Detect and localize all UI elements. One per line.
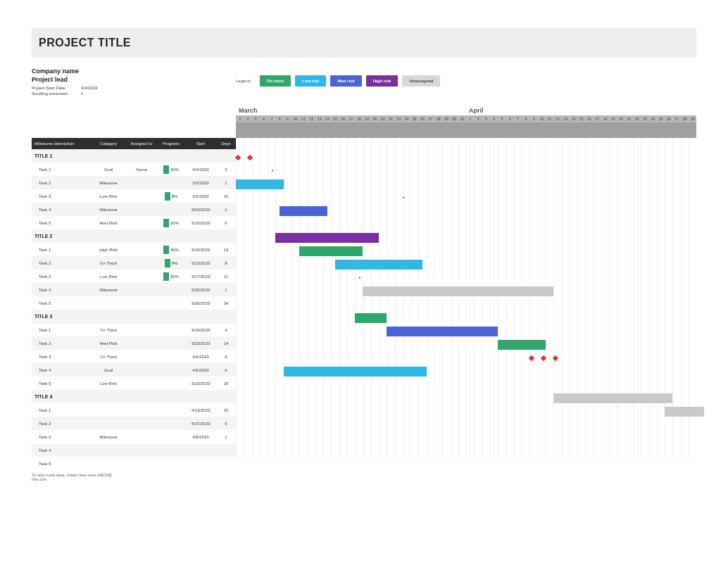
table-row[interactable]: Task 2On Track8%3/13/20238	[32, 256, 236, 270]
legend-med[interactable]: Med risk	[330, 75, 361, 87]
task-category: Med Risk	[91, 341, 126, 346]
gantt-row[interactable]	[236, 352, 696, 365]
gantt-row[interactable]	[236, 245, 696, 258]
start-date-label: Project Start Date:	[32, 86, 81, 90]
table-row[interactable]: Task 3Low Risk8%3/5/202310	[32, 189, 236, 203]
table-row[interactable]: Task 1GoalName30%3/4/20233	[32, 163, 236, 176]
task-start: 4/13/2023	[185, 408, 216, 412]
task-desc: Task 1	[32, 328, 91, 332]
gantt-bar[interactable]	[355, 313, 387, 323]
table-row[interactable]: Task 3Low Risk30%3/17/202311	[32, 270, 236, 283]
task-progress: 30%	[157, 272, 185, 281]
table-row[interactable]: Task 4Milestone3/20/20231	[32, 283, 236, 296]
table-row[interactable]: Task 5Low Risk3/10/202318	[32, 377, 236, 390]
task-desc: Task 5	[32, 221, 91, 225]
gantt-row[interactable]	[236, 339, 696, 352]
table-row[interactable]: Task 4Milestone3/24/20231	[32, 203, 236, 216]
table-row[interactable]: Task 24/27/20235	[32, 417, 236, 430]
table-row[interactable]: Task 1On Track3/19/20234	[32, 323, 236, 336]
gantt-row[interactable]: ▸	[236, 272, 696, 285]
task-category: On Track	[91, 261, 126, 265]
table-row[interactable]: Task 14/13/202315	[32, 403, 236, 417]
group-header[interactable]: TITLE 1	[32, 149, 236, 163]
gantt-bar[interactable]	[363, 286, 553, 296]
task-category: High Risk	[91, 248, 126, 252]
col-start: Start	[185, 141, 216, 146]
gantt-row[interactable]	[236, 392, 696, 405]
group-title: TITLE 1	[32, 153, 236, 158]
legend-high[interactable]: High risk	[366, 75, 398, 87]
task-start: 4/6/2023	[185, 368, 216, 372]
table-row[interactable]: Task 4	[32, 443, 236, 457]
gantt-row[interactable]	[236, 285, 696, 298]
task-desc: Task 4	[32, 288, 91, 292]
gantt-bar[interactable]	[665, 407, 704, 417]
group-header[interactable]: TITLE 2	[32, 229, 236, 243]
gantt-row[interactable]	[236, 365, 696, 379]
gantt-row[interactable]: ▸	[236, 191, 696, 205]
task-assigned: Name	[126, 167, 157, 172]
task-days: 1	[216, 208, 236, 212]
table-row[interactable]: Task 3On Track4/6/20236	[32, 350, 236, 363]
gantt-row[interactable]: ▸	[236, 165, 696, 178]
gantt-row[interactable]	[236, 325, 696, 339]
group-header[interactable]: TITLE 4	[32, 390, 236, 403]
group-header[interactable]: TITLE 3	[32, 310, 236, 323]
gantt-row[interactable]	[236, 445, 696, 459]
group-title: TITLE 2	[32, 234, 236, 239]
gantt-bar[interactable]	[299, 246, 363, 256]
legend-low[interactable]: Low risk	[295, 75, 326, 87]
task-progress: 20%	[157, 219, 185, 227]
gantt-bar[interactable]	[387, 327, 498, 336]
task-desc: Task 1	[32, 248, 91, 252]
group-title: TITLE 3	[32, 314, 236, 319]
gantt-row[interactable]	[236, 432, 696, 445]
month-april: April	[466, 106, 696, 115]
table-row[interactable]: Task 4Goal4/6/20236	[32, 363, 236, 377]
task-category: On Track	[91, 355, 126, 359]
task-days: 1	[216, 181, 236, 185]
gantt-row[interactable]	[236, 232, 696, 245]
task-desc: Task 1	[32, 167, 91, 172]
task-category: Goal	[91, 368, 126, 372]
legend-unassigned[interactable]: Unassigned	[402, 75, 440, 87]
col-days: Days	[216, 141, 236, 146]
task-days: 1	[216, 435, 236, 439]
gantt-row[interactable]	[236, 151, 696, 165]
table-row[interactable]: Task 2Med Risk3/23/202314	[32, 336, 236, 350]
gantt-bar[interactable]	[498, 340, 546, 350]
table-row[interactable]: Task 2Milestone3/5/20231	[32, 176, 236, 189]
table-row[interactable]: Task 5Med Risk20%3/10/20236	[32, 216, 236, 229]
gantt-row[interactable]	[236, 258, 696, 272]
task-desc: Task 5	[32, 301, 91, 305]
start-date-value[interactable]: 3/4/2023	[81, 86, 97, 90]
gantt-days-row: 3456789101112131415161718192021222324252…	[236, 115, 696, 122]
gantt-bar[interactable]	[284, 367, 427, 377]
legend-ontrack[interactable]: On track	[260, 75, 291, 87]
legend-label: Legend:	[236, 79, 251, 83]
task-progress: 8%	[157, 192, 185, 201]
gantt-row[interactable]	[236, 178, 696, 191]
gantt-bar[interactable]	[553, 393, 672, 403]
gantt-bar[interactable]	[236, 179, 284, 189]
gantt-row[interactable]	[236, 419, 696, 432]
task-category: Low Risk	[91, 194, 126, 198]
gantt-bar[interactable]	[280, 206, 327, 216]
gantt-row[interactable]	[236, 205, 696, 218]
task-start: 4/8/2023	[185, 435, 216, 439]
table-row[interactable]: Task 3Milestone4/8/20231	[32, 430, 236, 443]
gantt-body[interactable]: ▸▸▸	[236, 138, 696, 459]
scroll-increment-value[interactable]: 1	[81, 91, 83, 96]
gantt-bar[interactable]	[335, 260, 422, 270]
table-row[interactable]: Task 1High Risk40%3/10/202313	[32, 243, 236, 256]
gantt-row[interactable]	[236, 405, 696, 419]
task-category: Low Risk	[91, 274, 126, 279]
table-row[interactable]: Task 53/20/202324	[32, 296, 236, 310]
gantt-row[interactable]	[236, 312, 696, 325]
task-desc: Task 3	[32, 355, 91, 359]
task-progress: 8%	[157, 259, 185, 267]
gantt-bar[interactable]	[275, 233, 379, 243]
task-days: 11	[216, 274, 236, 279]
table-row[interactable]: Task 5	[32, 457, 236, 470]
task-days: 6	[216, 368, 236, 372]
